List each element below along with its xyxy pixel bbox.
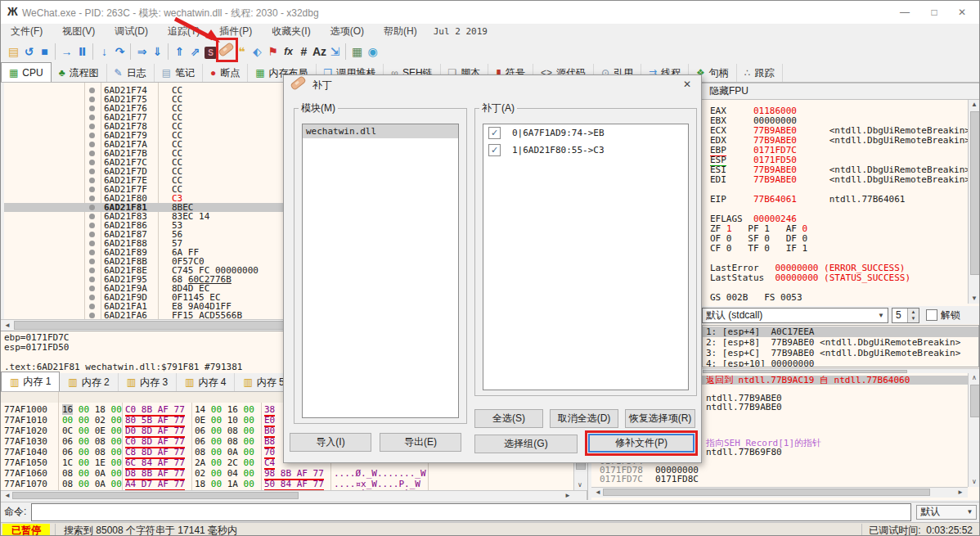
open-file-icon[interactable]: ▤ bbox=[6, 42, 21, 61]
breakpoint-dot-icon[interactable] bbox=[89, 214, 95, 219]
command-mode-select[interactable]: 默认▼ bbox=[916, 505, 977, 520]
breakpoint-dot-icon[interactable] bbox=[89, 133, 95, 138]
select-group-button[interactable]: 选择组(G) bbox=[474, 435, 578, 453]
dump-tab-3[interactable]: ▥内存 3 bbox=[119, 373, 177, 391]
menu-item-2[interactable]: 调试(D) bbox=[105, 25, 158, 38]
argument-row[interactable]: 3: [esp+C] 77B9ABE0 <ntdll.DbgUiRemoteBr… bbox=[706, 348, 979, 358]
patch-dialog-titlebar[interactable]: 补丁 ✕ bbox=[284, 75, 701, 95]
export-button[interactable]: 导出(E) bbox=[380, 433, 461, 452]
menu-item-4[interactable]: 插件(P) bbox=[209, 25, 262, 38]
tab-跟踪[interactable]: ∴跟踪 bbox=[737, 64, 783, 82]
dump-tab-1[interactable]: ▥内存 1 bbox=[1, 372, 60, 391]
breakpoint-dot-icon[interactable] bbox=[89, 241, 95, 246]
breakpoint-dot-icon[interactable] bbox=[89, 250, 95, 255]
breakpoint-dot-icon[interactable] bbox=[89, 304, 95, 309]
breakpoint-dot-icon[interactable] bbox=[89, 196, 95, 201]
spin-down-icon[interactable]: ▼ bbox=[908, 315, 919, 322]
menu-item-0[interactable]: 文件(F) bbox=[1, 25, 52, 38]
menu-item-1[interactable]: 视图(V) bbox=[52, 25, 105, 38]
register-line[interactable]: EIP 77B64061 ntdll.77B64061 bbox=[710, 195, 905, 205]
breakpoint-dot-icon[interactable] bbox=[89, 268, 95, 273]
minimize-button[interactable]: — bbox=[892, 4, 917, 20]
argument-row[interactable]: 1: [esp+4] A0C17EEA bbox=[703, 327, 979, 337]
stack-row[interactable]: 0171FD7C0171FD8C bbox=[591, 475, 968, 484]
arg-count-stepper[interactable]: 5 ▲▼ bbox=[892, 308, 919, 323]
breakpoint-dot-icon[interactable] bbox=[89, 106, 95, 111]
execute-till-return-icon[interactable]: ⇑ bbox=[172, 42, 187, 61]
select-all-button[interactable]: 全选(S) bbox=[474, 409, 543, 428]
registers-vscrollbar[interactable]: ▲ ▼ bbox=[968, 100, 980, 304]
register-line[interactable]: LastStatus 00000000 (STATUS_SUCCESS) bbox=[710, 273, 910, 283]
dump-row[interactable]: 77AF106008 00 0A 00D8 8B AF 7702 00 04 0… bbox=[1, 468, 573, 479]
menu-item-7[interactable]: 帮助(H) bbox=[374, 25, 427, 38]
breakpoint-dot-icon[interactable] bbox=[89, 286, 95, 291]
register-line[interactable]: GS 002B FS 0053 bbox=[710, 293, 802, 303]
register-line[interactable]: CF 0 TF 0 IF 1 bbox=[710, 244, 807, 254]
calculator-icon[interactable]: ▦ bbox=[349, 42, 365, 61]
tab-流程图[interactable]: ♣流程图 bbox=[52, 64, 107, 82]
command-input[interactable] bbox=[31, 503, 911, 521]
breakpoint-dot-icon[interactable] bbox=[89, 142, 95, 147]
close-button[interactable]: ✕ bbox=[950, 4, 974, 20]
menu-item-3[interactable]: 追踪(T) bbox=[158, 25, 209, 38]
breakpoint-dot-icon[interactable] bbox=[89, 313, 95, 318]
patch-file-button[interactable]: 修补文件(P) bbox=[588, 434, 695, 453]
step-over-icon[interactable]: ↷ bbox=[112, 42, 128, 61]
hide-fpu-button[interactable]: 隐藏FPU bbox=[700, 83, 980, 100]
step-into-icon[interactable]: ↓ bbox=[97, 42, 112, 61]
tab-断点[interactable]: ●断点 bbox=[203, 64, 248, 82]
breakpoint-dot-icon[interactable] bbox=[89, 124, 95, 129]
breakpoint-dot-icon[interactable] bbox=[89, 178, 95, 183]
globe-icon[interactable]: ◉ bbox=[365, 42, 380, 61]
registers-view[interactable]: EAX 01186000EBX 00000000ECX 77B9ABE0 <nt… bbox=[700, 100, 968, 304]
patches-list[interactable]: ✓0|6A7F1AD9:74->EB✓1|6AD21F80:55->C3 bbox=[483, 124, 689, 390]
restart-icon[interactable]: ↺ bbox=[21, 42, 37, 61]
restore-selection-button[interactable]: 恢复选择项(R) bbox=[625, 409, 695, 428]
calling-convention-select[interactable]: 默认 (stdcall)▼ bbox=[702, 308, 888, 323]
strings-az-icon[interactable]: Az bbox=[312, 42, 327, 61]
stop-icon[interactable]: ■ bbox=[37, 42, 52, 61]
breakpoint-dot-icon[interactable] bbox=[89, 259, 95, 264]
unlock-checkbox[interactable] bbox=[926, 309, 937, 321]
breakpoint-dot-icon[interactable] bbox=[89, 115, 95, 120]
patch-item[interactable]: ✓1|6AD21F80:55->C3 bbox=[483, 142, 688, 159]
dialog-close-icon[interactable]: ✕ bbox=[680, 79, 695, 92]
functions-icon[interactable]: fx bbox=[281, 42, 296, 61]
argument-row[interactable]: 4: [esp+10] 00000000 bbox=[706, 358, 979, 367]
spin-up-icon[interactable]: ▲ bbox=[908, 309, 919, 316]
hash-icon[interactable]: # bbox=[296, 42, 312, 61]
arguments-view[interactable]: 1: [esp+4] A0C17EEA2: [esp+8] 77B9ABE0 <… bbox=[702, 325, 979, 367]
run-to-cursor-icon[interactable]: ⇒ bbox=[134, 42, 150, 61]
breakpoint-dot-icon[interactable] bbox=[89, 187, 95, 192]
breakpoint-dot-icon[interactable] bbox=[89, 151, 95, 156]
breakpoint-dot-icon[interactable] bbox=[89, 277, 95, 282]
import-button[interactable]: 导入(I) bbox=[290, 433, 371, 452]
attach-icon[interactable]: ⇲ bbox=[327, 42, 343, 61]
argument-row[interactable]: 2: [esp+8] 77B9ABE0 <ntdll.DbgUiRemoteBr… bbox=[706, 337, 979, 348]
breakpoint-dot-icon[interactable] bbox=[89, 160, 95, 165]
patch-item[interactable]: ✓0|6A7F1AD9:74->EB bbox=[483, 124, 688, 142]
bookmarks-icon[interactable]: ⚑ bbox=[265, 42, 281, 61]
breakpoint-dot-icon[interactable] bbox=[89, 295, 95, 300]
modules-list[interactable]: wechatwin.dll bbox=[302, 124, 459, 418]
menu-item-5[interactable]: 收藏夹(I) bbox=[262, 25, 320, 38]
module-item[interactable]: wechatwin.dll bbox=[303, 124, 458, 138]
stack-vscrollbar[interactable]: ∧ ∨ bbox=[968, 373, 980, 487]
step-out-icon[interactable]: ⇓ bbox=[150, 42, 165, 61]
breakpoint-dot-icon[interactable] bbox=[89, 169, 95, 174]
breakpoint-dot-icon[interactable] bbox=[89, 88, 95, 93]
labels-icon[interactable]: ⬖ bbox=[249, 42, 265, 61]
dump-row[interactable]: 77AF107008 00 0A 00A4 D7 AF 7718 00 1A 0… bbox=[1, 479, 573, 489]
pause-icon[interactable]: Ⅱ bbox=[74, 42, 90, 61]
stack-hscrollbar[interactable]: ◄ ► bbox=[591, 487, 968, 498]
dump-tab-2[interactable]: ▥内存 2 bbox=[60, 373, 118, 391]
patch-checkbox[interactable]: ✓ bbox=[488, 144, 501, 156]
dump-hscrollbar[interactable]: ◄ ► bbox=[1, 490, 587, 501]
breakpoint-dot-icon[interactable] bbox=[89, 205, 95, 210]
patch-checkbox[interactable]: ✓ bbox=[488, 127, 501, 139]
maximize-button[interactable]: □ bbox=[922, 4, 946, 20]
tab-CPU[interactable]: ▦CPU bbox=[1, 62, 52, 82]
menu-item-6[interactable]: 选项(O) bbox=[321, 25, 374, 38]
tab-日志[interactable]: ✎日志 bbox=[107, 64, 155, 82]
breakpoint-dot-icon[interactable] bbox=[89, 97, 95, 102]
